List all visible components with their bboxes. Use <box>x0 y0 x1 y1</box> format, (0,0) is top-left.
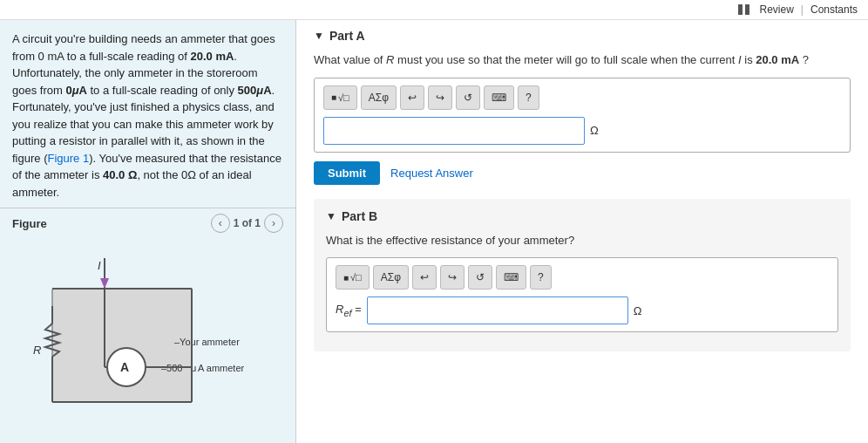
fraction-button[interactable]: ■ √□ <box>323 85 357 110</box>
part-a-section: ▼ Part A What value of R must you use so… <box>314 29 851 185</box>
part-b-header: ▼ Part B <box>326 209 838 223</box>
part-a-input-box: ■ √□ ΑΣφ ↩ ↪ ↺ ⌨ <box>314 78 851 153</box>
keyboard-icon: ⌨ <box>492 92 506 104</box>
part-b-question: What is the effective resistance of your… <box>326 232 838 249</box>
part-b-fraction-icon: ■ <box>343 273 349 283</box>
svg-text:–Your ammeter: –Your ammeter <box>174 337 240 347</box>
circuit-diagram: I R A –Your ammeter –500 μ A ammeter <box>26 254 270 428</box>
svg-text:R: R <box>33 344 41 357</box>
part-b-arrow: ▼ <box>326 210 336 222</box>
part-b-help-icon: ? <box>538 271 544 283</box>
svg-text:A: A <box>120 360 129 374</box>
part-b-undo-icon: ↩ <box>420 271 429 283</box>
request-answer-link[interactable]: Request Answer <box>390 167 473 180</box>
part-b-redo-icon: ↪ <box>448 271 457 283</box>
part-b-redo-button[interactable]: ↪ <box>440 265 465 290</box>
part-a-arrow: ▼ <box>314 30 324 42</box>
undo-icon: ↩ <box>408 92 417 104</box>
part-b-section: ▼ Part B What is the effective resistanc… <box>314 199 851 352</box>
main-content: A circuit you're building needs an ammet… <box>0 20 868 443</box>
right-panel: ▼ Part A What value of R must you use so… <box>296 20 868 443</box>
figure-header: Figure ‹ 1 of 1 › <box>0 208 295 238</box>
figure-area: I R A –Your ammeter –500 μ A ammeter <box>0 238 295 443</box>
greek-button[interactable]: ΑΣφ <box>361 85 397 110</box>
redo-button[interactable]: ↪ <box>428 85 452 110</box>
part-a-action-row: Submit Request Answer <box>314 161 851 185</box>
part-a-question: What value of R must you use so that the… <box>314 51 851 69</box>
menu-icon <box>738 4 752 15</box>
part-b-keyboard-button[interactable]: ⌨ <box>496 265 526 290</box>
part-a-answer-input[interactable] <box>323 117 585 145</box>
redo-icon: ↪ <box>436 92 444 104</box>
part-b-help-button[interactable]: ? <box>530 265 552 290</box>
svg-text:I: I <box>98 259 101 272</box>
part-b-fraction-button[interactable]: ■ √□ <box>336 265 370 290</box>
part-b-greek-label: ΑΣφ <box>381 271 401 283</box>
help-button[interactable]: ? <box>518 85 539 110</box>
reset-icon: ↺ <box>464 92 472 104</box>
problem-text: A circuit you're building needs an ammet… <box>0 20 295 208</box>
part-b-greek-button[interactable]: ΑΣφ <box>373 265 409 290</box>
part-b-input-box: ■ √□ ΑΣφ ↩ ↪ ↺ ⌨ <box>326 257 838 332</box>
part-b-unit: Ω <box>634 304 642 317</box>
figure-nav: ‹ 1 of 1 › <box>211 214 283 233</box>
review-link[interactable]: Review <box>759 3 793 16</box>
svg-text:A ammeter: A ammeter <box>198 363 245 373</box>
reset-button[interactable]: ↺ <box>456 85 480 110</box>
figure-prev-button[interactable]: ‹ <box>211 214 230 233</box>
part-b-undo-button[interactable]: ↩ <box>412 265 437 290</box>
part-b-toolbar: ■ √□ ΑΣφ ↩ ↪ ↺ ⌨ <box>336 265 829 290</box>
fraction-icon: ■ <box>331 92 336 102</box>
sqrt-label: √□ <box>338 92 349 103</box>
part-b-keyboard-icon: ⌨ <box>504 271 519 283</box>
part-b-reset-icon: ↺ <box>476 271 485 283</box>
greek-label: ΑΣφ <box>369 92 389 104</box>
svg-marker-2 <box>100 278 109 289</box>
top-bar: Review | Constants <box>0 0 868 20</box>
part-b-sqrt-label: √□ <box>350 272 362 283</box>
part-b-reset-button[interactable]: ↺ <box>468 265 492 290</box>
figure-link[interactable]: Figure 1 <box>47 152 89 165</box>
part-a-header: ▼ Part A <box>314 29 851 43</box>
part-a-answer-row: Ω <box>323 117 841 145</box>
part-b-answer-row: Ref = Ω <box>336 296 829 324</box>
submit-button[interactable]: Submit <box>314 161 380 185</box>
undo-button[interactable]: ↩ <box>400 85 424 110</box>
part-b-answer-input[interactable] <box>367 296 628 324</box>
figure-next-button[interactable]: › <box>264 214 283 233</box>
figure-label: Figure <box>12 217 47 230</box>
part-a-label: Part A <box>329 29 365 43</box>
part-b-input-label: Ref = <box>336 303 362 318</box>
part-a-unit: Ω <box>590 124 599 137</box>
part-a-toolbar: ■ √□ ΑΣφ ↩ ↪ ↺ ⌨ <box>323 85 841 110</box>
figure-counter: 1 of 1 <box>234 217 261 229</box>
constants-link[interactable]: Constants <box>810 3 858 16</box>
part-b-label: Part B <box>342 209 377 223</box>
help-icon: ? <box>526 92 532 104</box>
keyboard-button[interactable]: ⌨ <box>484 85 514 110</box>
left-panel: A circuit you're building needs an ammet… <box>0 20 296 443</box>
